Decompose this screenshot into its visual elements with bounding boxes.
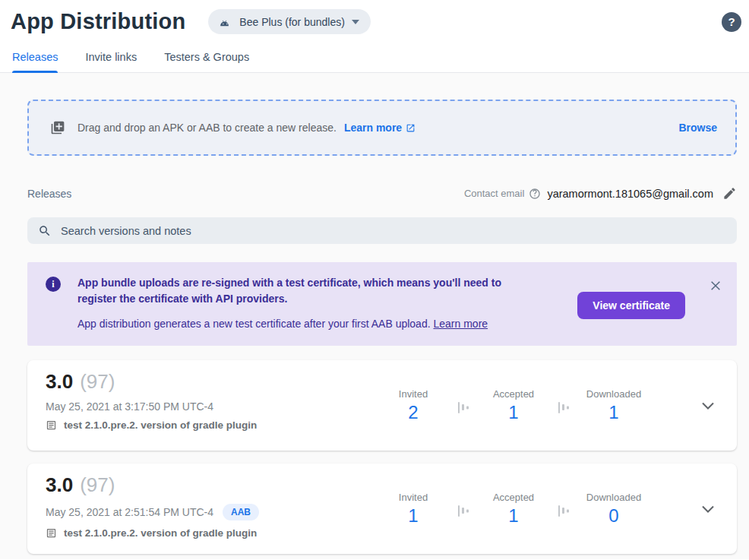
page-title: App Distribution [11, 9, 185, 34]
release-timestamp: May 25, 2021 at 3:17:50 PM UTC-4 [46, 400, 213, 413]
stat-accepted: Accepted 1 [480, 492, 547, 527]
main-content: Drag and drop an APK or AAB to create a … [0, 73, 749, 559]
chevron-down-icon [702, 402, 714, 410]
releases-section-label: Releases [27, 188, 71, 200]
stat-value: 1 [580, 402, 647, 423]
expand-release-button[interactable] [702, 402, 714, 410]
version-line: 3.0 (97) [46, 370, 380, 394]
search-bar [27, 217, 737, 244]
contact-email-value: yaramormont.181065@gmail.com [547, 188, 713, 200]
tab-testers-groups[interactable]: Testers & Groups [164, 45, 249, 72]
stat-label: Accepted [480, 492, 547, 503]
stat-value: 1 [480, 402, 547, 423]
view-certificate-button[interactable]: View certificate [577, 292, 685, 319]
pencil-icon [722, 186, 737, 201]
banner-body: App distribution generates a new test ce… [77, 316, 536, 332]
stat-downloaded: Downloaded 1 [580, 388, 647, 423]
date-line: May 25, 2021 at 2:51:54 PM UTC-4 AAB [46, 504, 380, 520]
stat-invited: Invited 1 [380, 492, 447, 527]
tab-releases[interactable]: Releases [12, 45, 58, 72]
stat-accepted: Accepted 1 [480, 388, 547, 423]
notes-line: test 2.1.0.pre.2. version of gradle plug… [46, 419, 380, 431]
chevron-down-icon [352, 20, 359, 24]
banner-body-text: App distribution generates a new test ce… [77, 318, 431, 330]
release-notes-icon [46, 527, 57, 539]
learn-more-label: Learn more [344, 122, 402, 134]
stat-label: Invited [380, 492, 447, 503]
stat-value: 1 [380, 505, 447, 527]
stat-value: 2 [380, 402, 447, 423]
close-icon [709, 280, 722, 292]
stat-label: Downloaded [580, 492, 647, 503]
tab-bar: Releases Invite links Testers & Groups [0, 45, 749, 73]
funnel-separator-icon [457, 505, 469, 518]
release-notes-icon [46, 419, 57, 431]
app-selector-dropdown[interactable]: Bee Plus (for bundles) [208, 9, 371, 34]
stat-label: Invited [380, 388, 447, 400]
app-selector-label: Bee Plus (for bundles) [239, 16, 345, 28]
browse-button[interactable]: Browse [678, 122, 717, 134]
release-version: 3.0 [46, 473, 73, 497]
date-line: May 25, 2021 at 3:17:50 PM UTC-4 [46, 400, 380, 413]
release-stats: Invited 1 Accepted 1 Downloaded 0 [380, 492, 647, 527]
banner-title: App bundle uploads are re-signed with a … [77, 275, 536, 307]
release-info: 3.0 (97) May 25, 2021 at 2:51:54 PM UTC-… [46, 464, 380, 539]
close-banner-button[interactable] [709, 280, 722, 292]
stat-label: Accepted [480, 388, 547, 400]
stat-value: 0 [580, 505, 647, 527]
edit-contact-email-button[interactable] [722, 186, 737, 201]
funnel-separator-icon [457, 401, 469, 415]
release-build-number: (97) [80, 473, 115, 497]
info-icon: i [46, 277, 61, 292]
release-version: 3.0 [46, 370, 73, 394]
release-stats: Invited 2 Accepted 1 Downloaded 1 [380, 388, 647, 423]
stat-invited: Invited 2 [380, 388, 447, 423]
funnel-separator-icon [558, 505, 570, 518]
release-info: 3.0 (97) May 25, 2021 at 3:17:50 PM UTC-… [46, 360, 380, 431]
expand-release-button[interactable] [702, 505, 714, 513]
stat-label: Downloaded [580, 388, 647, 400]
release-notes-text: test 2.1.0.pre.2. version of gradle plug… [64, 419, 257, 431]
certificate-banner: i App bundle uploads are re-signed with … [27, 262, 737, 346]
notes-line: test 2.1.0.pre.2. version of gradle plug… [46, 527, 380, 539]
android-icon [218, 17, 232, 27]
dropzone-learn-more-link[interactable]: Learn more [344, 122, 416, 134]
banner-learn-more-link[interactable]: Learn more [433, 318, 488, 330]
release-card: 3.0 (97) May 25, 2021 at 2:51:54 PM UTC-… [27, 464, 737, 554]
release-build-number: (97) [80, 370, 115, 394]
search-input[interactable] [61, 225, 726, 237]
dropzone-message: Drag and drop an APK or AAB to create a … [77, 122, 337, 134]
aab-badge: AAB [223, 504, 259, 520]
help-icon[interactable]: ? [722, 12, 741, 32]
apk-dropzone[interactable]: Drag and drop an APK or AAB to create a … [27, 100, 737, 156]
library-add-icon [50, 120, 65, 135]
external-link-icon [406, 123, 416, 133]
banner-text-block: App bundle uploads are re-signed with a … [77, 275, 536, 332]
search-icon [38, 224, 52, 238]
funnel-separator-icon [558, 401, 570, 415]
chevron-down-icon [702, 505, 714, 513]
release-card: 3.0 (97) May 25, 2021 at 3:17:50 PM UTC-… [27, 360, 737, 451]
version-line: 3.0 (97) [46, 473, 380, 497]
contact-help-icon[interactable] [529, 188, 541, 200]
tab-invite-links[interactable]: Invite links [85, 45, 137, 72]
stat-value: 1 [480, 505, 547, 527]
release-timestamp: May 25, 2021 at 2:51:54 PM UTC-4 [46, 506, 213, 518]
releases-header-row: Releases Contact email yaramormont.18106… [27, 186, 737, 201]
app-header: App Distribution Bee Plus (for bundles) … [0, 0, 749, 34]
stat-downloaded: Downloaded 0 [580, 492, 647, 527]
release-notes-text: test 2.1.0.pre.2. version of gradle plug… [64, 527, 257, 539]
contact-email-label: Contact email [464, 188, 524, 199]
